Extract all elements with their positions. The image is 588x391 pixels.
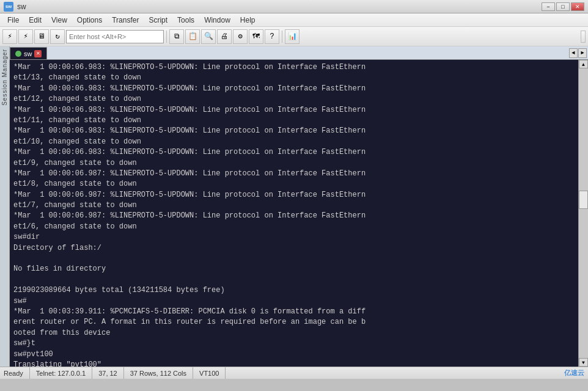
terminal-output[interactable]: *Mar 1 00:00:06.983: %LINEPROTO-5-UPDOWN… [10, 60, 578, 367]
menu-options[interactable]: Options [72, 15, 107, 26]
status-ready: Ready [4, 367, 30, 379]
toolbar-monitor-btn[interactable]: 📊 [285, 29, 300, 44]
title-bar: sw sw − □ ✕ [0, 0, 588, 13]
toolbar-map-btn[interactable]: 🗺 [249, 29, 263, 44]
status-logo-area: 亿速云 [564, 368, 584, 378]
close-button[interactable]: ✕ [571, 2, 584, 11]
toolbar-help-btn[interactable]: ? [265, 29, 279, 44]
toolbar-settings-btn[interactable]: ⚙ [233, 29, 248, 44]
logo-text: 亿速云 [564, 368, 584, 378]
app-icon: sw [4, 2, 13, 12]
status-dimensions: 37 Rows, 112 Cols [124, 367, 193, 379]
tab-nav-right[interactable]: ► [578, 48, 587, 58]
menu-help[interactable]: Help [235, 15, 260, 26]
toolbar-new-btn[interactable]: ⚡ [18, 29, 33, 44]
menu-file[interactable]: File [2, 15, 24, 26]
status-terminal-type: VT100 [193, 367, 226, 379]
tab-navigation: ◄ ► [568, 47, 588, 59]
toolbar-separator-2 [282, 31, 282, 43]
status-bar: Ready Telnet: 127.0.0.1 37, 12 37 Rows, … [0, 367, 588, 379]
host-input[interactable] [66, 30, 164, 43]
toolbar-paste-btn[interactable]: 📋 [185, 29, 200, 44]
menu-transfer[interactable]: Transfer [107, 15, 144, 26]
terminal-scrollbar[interactable]: ▲ ▼ [578, 60, 588, 367]
session-manager-sidebar: Session Manager [0, 46, 10, 367]
window-controls: − □ ✕ [542, 2, 584, 11]
connection-text: Telnet: 127.0.0.1 [36, 370, 86, 377]
menu-view[interactable]: View [46, 15, 72, 26]
toolbar-copy-btn[interactable]: ⧉ [169, 29, 184, 44]
toolbar-overflow[interactable] [581, 31, 586, 43]
minimize-button[interactable]: − [542, 2, 555, 11]
terminal-type-text: VT100 [199, 370, 219, 377]
toolbar-separator-1 [166, 31, 167, 43]
tab-nav-left[interactable]: ◄ [569, 48, 578, 58]
toolbar-find-btn[interactable]: 🔍 [201, 29, 216, 44]
scrollbar-thumb[interactable] [579, 191, 588, 209]
toolbar-reconnect-btn[interactable]: ↻ [50, 29, 65, 44]
scroll-down-btn[interactable]: ▼ [579, 358, 588, 367]
window-title: sw [17, 2, 26, 11]
tab-sw[interactable]: sw ✕ [10, 47, 47, 59]
maximize-button[interactable]: □ [556, 2, 570, 11]
status-position: 37, 12 [92, 367, 124, 379]
menu-tools[interactable]: Tools [172, 15, 199, 26]
scroll-up-btn[interactable]: ▲ [579, 60, 588, 68]
dimensions-text: 37 Rows, 112 Cols [130, 370, 186, 377]
ready-text: Ready [4, 370, 23, 377]
menu-script[interactable]: Script [144, 15, 172, 26]
toolbar: ⚡ ⚡ 🖥 ↻ ⧉ 📋 🔍 🖨 ⚙ 🗺 ? 📊 [0, 27, 588, 46]
toolbar-session-btn[interactable]: 🖥 [34, 29, 49, 44]
menu-bar: File Edit View Options Transfer Script T… [0, 13, 588, 27]
tab-bar: sw ✕ ◄ ► [10, 46, 588, 60]
tab-status-icon [15, 51, 21, 57]
status-connection: Telnet: 127.0.0.1 [30, 367, 92, 379]
menu-window[interactable]: Window [199, 15, 235, 26]
menu-edit[interactable]: Edit [24, 15, 46, 26]
tab-close-btn[interactable]: ✕ [34, 50, 42, 57]
position-text: 37, 12 [98, 370, 117, 377]
toolbar-connect-btn[interactable]: ⚡ [2, 29, 17, 44]
terminal-wrapper: *Mar 1 00:00:06.983: %LINEPROTO-5-UPDOWN… [10, 60, 588, 367]
tab-label: sw [24, 50, 32, 57]
sidebar-label: Session Manager [1, 49, 8, 106]
toolbar-print-btn[interactable]: 🖨 [217, 29, 232, 44]
